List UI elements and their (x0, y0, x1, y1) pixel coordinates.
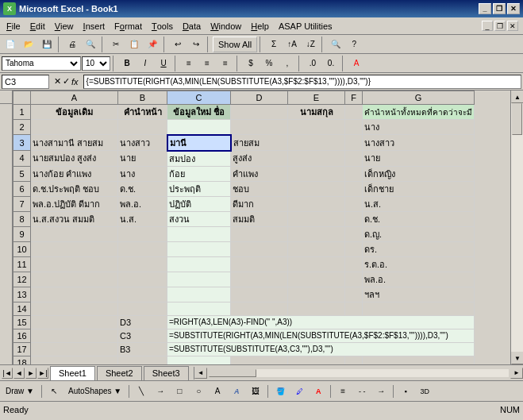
cell-c8[interactable]: สงวน (167, 211, 231, 226)
sum-button[interactable]: Σ (265, 36, 283, 53)
cell-g8[interactable]: ด.ช. (363, 211, 475, 226)
cut-button[interactable]: ✂ (107, 36, 125, 53)
new-button[interactable]: 📄 (2, 36, 19, 53)
cell-e4[interactable] (288, 151, 345, 167)
cell-f8[interactable] (345, 211, 363, 226)
decrease-decimal-button[interactable]: 0. (322, 55, 340, 72)
cell-d13[interactable] (231, 287, 288, 302)
sort-desc-button[interactable]: ↓Z (302, 36, 319, 53)
redo-button[interactable]: ↪ (187, 36, 205, 53)
scroll-right-button[interactable]: ► (510, 368, 523, 379)
cell-f14[interactable] (345, 302, 363, 315)
col-header-a[interactable]: A (31, 91, 118, 105)
cell-g6[interactable]: เด็กชาย (363, 181, 475, 196)
cell-f7[interactable] (345, 196, 363, 211)
dash-style-button[interactable]: - - (353, 383, 371, 400)
cell-c3[interactable]: มานี (167, 135, 231, 151)
cell-e18[interactable] (288, 356, 345, 364)
cell-d12[interactable] (231, 272, 288, 287)
cell-b18[interactable] (118, 356, 167, 364)
cell-f4[interactable] (345, 151, 363, 167)
scroll-track[interactable] (511, 103, 523, 352)
cell-g4[interactable]: นาย (363, 151, 475, 167)
sort-asc-button[interactable]: ↑A (283, 36, 301, 53)
cell-c5[interactable]: ก้อย (167, 166, 231, 181)
cell-c10[interactable] (167, 241, 231, 256)
cell-c1[interactable]: ข้อมูลใหม่ ชื่อ (167, 105, 231, 120)
cell-b3[interactable]: นางสาว (118, 135, 167, 151)
align-right-button[interactable]: ≡ (217, 55, 234, 72)
cell-a17[interactable] (31, 342, 118, 356)
col-header-g[interactable]: G (363, 91, 475, 105)
cell-e9[interactable] (288, 226, 345, 241)
cell-d4[interactable]: สูงส่ง (231, 151, 288, 167)
currency-button[interactable]: $ (242, 55, 260, 72)
open-button[interactable]: 📂 (20, 36, 37, 53)
cell-c15[interactable]: =RIGHT(A3,LEN(A3)-FIND(" ",A3)) (167, 315, 475, 329)
menu-file[interactable]: File (2, 18, 25, 34)
3d-button[interactable]: 3D (416, 383, 433, 400)
cell-c4[interactable]: สมปอง (167, 151, 231, 167)
oval-button[interactable]: ○ (190, 383, 207, 400)
line-color-button[interactable]: 🖊 (290, 383, 308, 400)
cell-d9[interactable] (231, 226, 288, 241)
cell-a2[interactable] (31, 120, 118, 135)
scroll-down-button[interactable]: ▼ (511, 352, 523, 364)
cell-c16[interactable]: =SUBSTITUTE(RIGHT(A3,MIN(LEN(SUBSTITUTE(… (167, 329, 475, 342)
menu-view[interactable]: View (50, 18, 79, 34)
textbox-button[interactable]: A (209, 383, 226, 400)
line-style-button[interactable]: ≡ (334, 383, 352, 400)
cell-f13[interactable] (345, 287, 363, 302)
cell-c17[interactable]: =SUBSTITUTE(SUBSTITUTE(A3,C3,""),D3,"") (167, 342, 475, 356)
cell-c9[interactable] (167, 226, 231, 241)
cell-d1[interactable] (231, 105, 288, 120)
draw-menu-button[interactable]: Draw ▼ (2, 383, 38, 400)
menu-tools[interactable]: Tools (147, 18, 178, 34)
cell-g2[interactable]: นาง (363, 120, 475, 135)
cancel-formula-icon[interactable]: ✕ (54, 76, 61, 87)
cell-b17[interactable]: B3 (118, 342, 167, 356)
cell-d10[interactable] (231, 241, 288, 256)
formula-input[interactable]: {=SUBSTITUTE(RIGHT(A3,MIN(LEN(SUBSTITUTE… (83, 75, 521, 89)
arrow-button[interactable]: → (152, 383, 169, 400)
cell-d11[interactable] (231, 256, 288, 272)
menu-window[interactable]: Window (206, 18, 246, 34)
cell-b10[interactable] (118, 241, 167, 256)
cell-e10[interactable] (288, 241, 345, 256)
cell-d3[interactable]: สายสม (231, 135, 288, 151)
scroll-left-button[interactable]: ◄ (194, 368, 207, 379)
tab-last-button[interactable]: ►| (37, 368, 48, 379)
cell-e12[interactable] (288, 272, 345, 287)
cell-b16[interactable]: C3 (118, 329, 167, 342)
clipart-button[interactable]: 🖼 (247, 383, 264, 400)
cell-g11[interactable]: ร.ต.อ. (363, 256, 475, 272)
cell-f18[interactable] (345, 356, 363, 364)
increase-decimal-button[interactable]: .0 (304, 55, 321, 72)
cell-d8[interactable]: สมมติ (231, 211, 288, 226)
font-size-select[interactable]: 10 (82, 56, 110, 71)
scroll-up-button[interactable]: ▲ (511, 91, 523, 103)
cell-f2[interactable] (345, 120, 363, 135)
confirm-formula-icon[interactable]: ✓ (63, 76, 70, 87)
cell-e14[interactable] (288, 302, 345, 315)
sheet-tab-2[interactable]: Sheet2 (97, 366, 142, 380)
hscroll-track[interactable] (209, 369, 509, 377)
cell-e11[interactable] (288, 256, 345, 272)
cell-c7[interactable]: ปฏิบัติ (167, 196, 231, 211)
cell-b12[interactable] (118, 272, 167, 287)
cell-a15[interactable] (31, 315, 118, 329)
cell-a8[interactable]: น.ส.สงวน สมมติ (31, 211, 118, 226)
help-icon-button[interactable]: ? (345, 36, 363, 53)
cell-reference-box[interactable]: C3 (2, 75, 49, 89)
cell-g18[interactable] (363, 356, 475, 364)
comma-button[interactable]: , (279, 55, 296, 72)
cell-g1[interactable]: คำนำหน้าทั้งหมดที่คาดว่าจะมี (363, 105, 475, 120)
cell-f11[interactable] (345, 256, 363, 272)
col-header-b[interactable]: B (118, 91, 167, 105)
cell-g14[interactable] (363, 302, 475, 315)
font-select[interactable]: Tahoma (2, 56, 81, 71)
cell-f1[interactable] (345, 105, 363, 120)
cell-f3[interactable] (345, 135, 363, 151)
cell-g7[interactable]: น.ส. (363, 196, 475, 211)
col-header-f[interactable]: F (345, 91, 363, 105)
